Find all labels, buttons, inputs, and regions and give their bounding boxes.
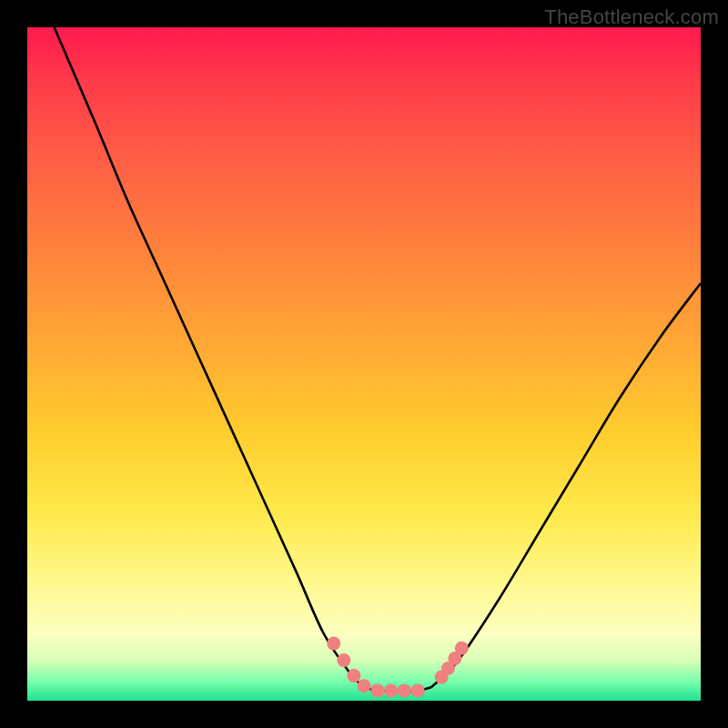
valley-marker	[370, 683, 384, 697]
curve-svg	[27, 27, 701, 701]
valley-marker	[455, 642, 469, 655]
valley-marker	[337, 653, 350, 667]
chart-frame: TheBottleneck.com	[0, 0, 728, 728]
valley-marker	[358, 679, 371, 693]
curve-right-branch	[431, 283, 701, 687]
valley-marker	[384, 683, 398, 697]
valley-marker	[398, 683, 411, 697]
plot-area	[27, 27, 701, 701]
valley-marker	[411, 683, 425, 697]
curve-left-branch	[55, 27, 364, 687]
valley-markers	[327, 637, 469, 698]
valley-marker	[347, 669, 360, 682]
valley-marker	[327, 637, 340, 651]
watermark-text: TheBottleneck.com	[544, 5, 719, 29]
